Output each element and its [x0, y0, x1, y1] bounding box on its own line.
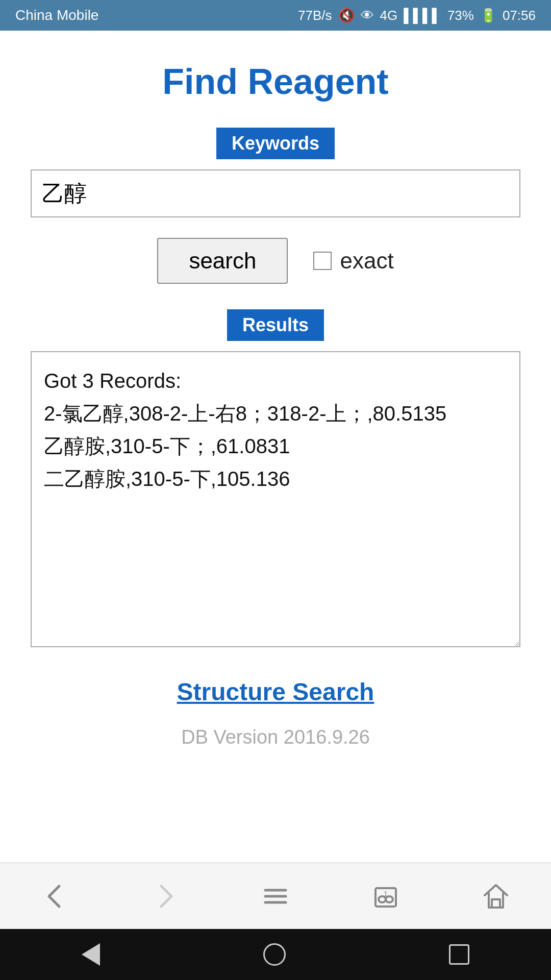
battery-level: 73% [447, 8, 474, 23]
signal-icon: 4G [380, 8, 398, 23]
nav-bar: 1 [0, 863, 551, 929]
status-bar: China Mobile 77B/s 🔇 👁 4G ▌▌▌▌ 73% 🔋 07:… [0, 0, 551, 31]
carrier-label: China Mobile [15, 7, 98, 23]
system-bar [0, 929, 551, 980]
forward-button[interactable] [145, 876, 186, 917]
signal-bars-icon: ▌▌▌▌ [404, 8, 441, 23]
main-content: Find Reagent Keywords search exact Resul… [0, 31, 551, 863]
exact-label: exact [340, 248, 393, 274]
structure-search-link[interactable]: Structure Search [177, 678, 374, 706]
back-button[interactable] [35, 876, 76, 917]
menu-button[interactable] [255, 876, 296, 917]
mute-icon: 🔇 [338, 8, 355, 23]
keyword-input[interactable] [31, 169, 520, 217]
system-recent-icon[interactable] [449, 944, 469, 965]
system-home-icon[interactable] [263, 943, 286, 966]
keywords-label: Keywords [216, 128, 335, 159]
svg-text:1: 1 [384, 890, 388, 898]
page-title: Find Reagent [162, 61, 388, 102]
results-content: Got 3 Records: 2-氯乙醇,308-2-上-右8；318-2-上；… [44, 370, 446, 490]
home-button[interactable] [475, 876, 516, 917]
system-back-icon[interactable] [82, 943, 100, 966]
results-box: Got 3 Records: 2-氯乙醇,308-2-上-右8；318-2-上；… [31, 351, 520, 647]
status-right: 77B/s 🔇 👁 4G ▌▌▌▌ 73% 🔋 07:56 [298, 8, 536, 23]
db-version: DB Version 2016.9.26 [181, 726, 370, 748]
search-row: search exact [157, 238, 393, 284]
exact-wrapper: exact [313, 248, 393, 274]
results-label: Results [227, 309, 324, 341]
network-speed: 77B/s [298, 8, 332, 23]
clock: 07:56 [503, 8, 536, 23]
eye-icon: 👁 [361, 8, 374, 23]
exact-checkbox[interactable] [313, 252, 332, 270]
search-button[interactable]: search [157, 238, 288, 284]
battery-icon: 🔋 [480, 8, 496, 23]
tabs-button[interactable]: 1 [365, 876, 406, 917]
svg-rect-8 [492, 899, 500, 908]
